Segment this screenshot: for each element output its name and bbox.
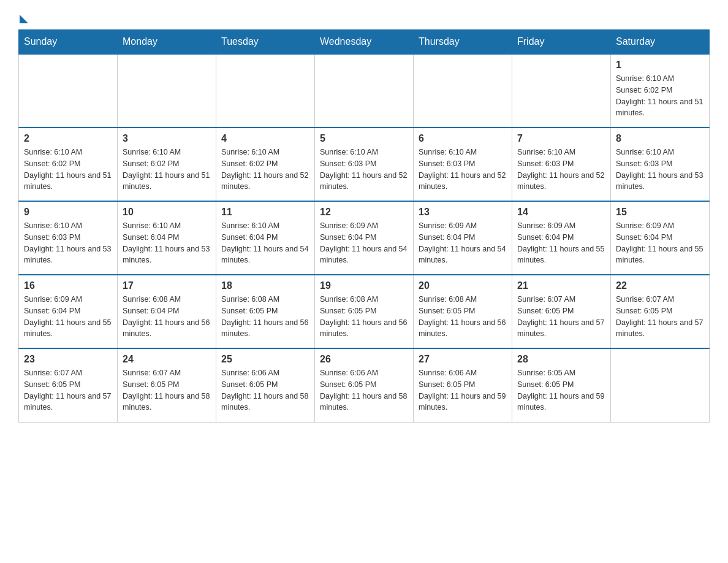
calendar-cell: 22Sunrise: 6:07 AMSunset: 6:05 PMDayligh… xyxy=(611,275,710,348)
calendar-cell: 19Sunrise: 6:08 AMSunset: 6:05 PMDayligh… xyxy=(315,275,414,348)
day-number: 8 xyxy=(616,133,704,144)
day-number: 12 xyxy=(320,207,408,218)
day-number: 2 xyxy=(24,133,112,144)
calendar-cell: 26Sunrise: 6:06 AMSunset: 6:05 PMDayligh… xyxy=(315,348,414,422)
calendar-cell: 8Sunrise: 6:10 AMSunset: 6:03 PMDaylight… xyxy=(611,128,710,201)
calendar-cell: 20Sunrise: 6:08 AMSunset: 6:05 PMDayligh… xyxy=(414,275,512,348)
day-number: 10 xyxy=(123,207,211,218)
header-day-monday: Monday xyxy=(118,30,216,55)
week-row-1: 1Sunrise: 6:10 AMSunset: 6:02 PMDaylight… xyxy=(19,54,710,128)
calendar-cell: 4Sunrise: 6:10 AMSunset: 6:02 PMDaylight… xyxy=(216,128,315,201)
day-info: Sunrise: 6:10 AMSunset: 6:03 PMDaylight:… xyxy=(320,147,408,193)
day-info: Sunrise: 6:06 AMSunset: 6:05 PMDaylight:… xyxy=(419,367,507,413)
calendar-cell: 27Sunrise: 6:06 AMSunset: 6:05 PMDayligh… xyxy=(414,348,512,422)
day-info: Sunrise: 6:07 AMSunset: 6:05 PMDaylight:… xyxy=(616,294,704,340)
day-info: Sunrise: 6:06 AMSunset: 6:05 PMDaylight:… xyxy=(221,367,309,413)
calendar-cell: 17Sunrise: 6:08 AMSunset: 6:04 PMDayligh… xyxy=(118,275,216,348)
header-day-thursday: Thursday xyxy=(414,30,512,55)
calendar-cell: 24Sunrise: 6:07 AMSunset: 6:05 PMDayligh… xyxy=(118,348,216,422)
calendar-cell xyxy=(512,54,611,128)
calendar-cell: 28Sunrise: 6:05 AMSunset: 6:05 PMDayligh… xyxy=(512,348,611,422)
day-info: Sunrise: 6:10 AMSunset: 6:02 PMDaylight:… xyxy=(123,147,211,193)
header-row: SundayMondayTuesdayWednesdayThursdayFrid… xyxy=(19,30,710,55)
day-info: Sunrise: 6:09 AMSunset: 6:04 PMDaylight:… xyxy=(616,220,704,266)
day-number: 14 xyxy=(517,207,605,218)
calendar-body: 1Sunrise: 6:10 AMSunset: 6:02 PMDaylight… xyxy=(19,54,710,422)
day-info: Sunrise: 6:09 AMSunset: 6:04 PMDaylight:… xyxy=(419,220,507,266)
week-row-5: 23Sunrise: 6:07 AMSunset: 6:05 PMDayligh… xyxy=(19,348,710,422)
header-day-tuesday: Tuesday xyxy=(216,30,315,55)
day-number: 18 xyxy=(221,280,309,291)
day-number: 22 xyxy=(616,280,704,291)
calendar-cell: 7Sunrise: 6:10 AMSunset: 6:03 PMDaylight… xyxy=(512,128,611,201)
day-info: Sunrise: 6:06 AMSunset: 6:05 PMDaylight:… xyxy=(320,367,408,413)
logo xyxy=(18,12,28,23)
header-day-sunday: Sunday xyxy=(19,30,118,55)
week-row-4: 16Sunrise: 6:09 AMSunset: 6:04 PMDayligh… xyxy=(19,275,710,348)
calendar-header: SundayMondayTuesdayWednesdayThursdayFrid… xyxy=(19,30,710,55)
day-number: 28 xyxy=(517,354,605,365)
day-number: 16 xyxy=(24,280,112,291)
day-number: 3 xyxy=(123,133,211,144)
day-info: Sunrise: 6:10 AMSunset: 6:03 PMDaylight:… xyxy=(517,147,605,193)
day-info: Sunrise: 6:08 AMSunset: 6:05 PMDaylight:… xyxy=(320,294,408,340)
day-info: Sunrise: 6:05 AMSunset: 6:05 PMDaylight:… xyxy=(517,367,605,413)
day-info: Sunrise: 6:10 AMSunset: 6:03 PMDaylight:… xyxy=(419,147,507,193)
day-number: 17 xyxy=(123,280,211,291)
calendar-cell: 15Sunrise: 6:09 AMSunset: 6:04 PMDayligh… xyxy=(611,201,710,275)
calendar-cell: 23Sunrise: 6:07 AMSunset: 6:05 PMDayligh… xyxy=(19,348,118,422)
calendar-cell: 14Sunrise: 6:09 AMSunset: 6:04 PMDayligh… xyxy=(512,201,611,275)
day-info: Sunrise: 6:10 AMSunset: 6:02 PMDaylight:… xyxy=(24,147,112,193)
calendar-cell xyxy=(216,54,315,128)
day-info: Sunrise: 6:10 AMSunset: 6:04 PMDaylight:… xyxy=(221,220,309,266)
day-info: Sunrise: 6:08 AMSunset: 6:04 PMDaylight:… xyxy=(123,294,211,340)
day-number: 25 xyxy=(221,354,309,365)
day-info: Sunrise: 6:10 AMSunset: 6:02 PMDaylight:… xyxy=(616,73,704,119)
day-number: 24 xyxy=(123,354,211,365)
day-number: 27 xyxy=(419,354,507,365)
day-number: 15 xyxy=(616,207,704,218)
calendar-cell xyxy=(611,348,710,422)
header-day-friday: Friday xyxy=(512,30,611,55)
calendar-cell: 13Sunrise: 6:09 AMSunset: 6:04 PMDayligh… xyxy=(414,201,512,275)
day-info: Sunrise: 6:10 AMSunset: 6:03 PMDaylight:… xyxy=(24,220,112,266)
day-number: 20 xyxy=(419,280,507,291)
calendar-cell: 9Sunrise: 6:10 AMSunset: 6:03 PMDaylight… xyxy=(19,201,118,275)
day-number: 4 xyxy=(221,133,309,144)
logo-arrow-icon xyxy=(20,15,28,23)
day-info: Sunrise: 6:10 AMSunset: 6:04 PMDaylight:… xyxy=(123,220,211,266)
day-info: Sunrise: 6:10 AMSunset: 6:03 PMDaylight:… xyxy=(616,147,704,193)
day-number: 26 xyxy=(320,354,408,365)
day-info: Sunrise: 6:07 AMSunset: 6:05 PMDaylight:… xyxy=(123,367,211,413)
calendar-cell: 5Sunrise: 6:10 AMSunset: 6:03 PMDaylight… xyxy=(315,128,414,201)
day-number: 19 xyxy=(320,280,408,291)
calendar-cell: 2Sunrise: 6:10 AMSunset: 6:02 PMDaylight… xyxy=(19,128,118,201)
calendar-cell: 12Sunrise: 6:09 AMSunset: 6:04 PMDayligh… xyxy=(315,201,414,275)
day-info: Sunrise: 6:10 AMSunset: 6:02 PMDaylight:… xyxy=(221,147,309,193)
calendar-cell xyxy=(118,54,216,128)
header-day-saturday: Saturday xyxy=(611,30,710,55)
week-row-2: 2Sunrise: 6:10 AMSunset: 6:02 PMDaylight… xyxy=(19,128,710,201)
day-info: Sunrise: 6:09 AMSunset: 6:04 PMDaylight:… xyxy=(320,220,408,266)
week-row-3: 9Sunrise: 6:10 AMSunset: 6:03 PMDaylight… xyxy=(19,201,710,275)
calendar-cell xyxy=(315,54,414,128)
calendar-cell: 18Sunrise: 6:08 AMSunset: 6:05 PMDayligh… xyxy=(216,275,315,348)
calendar-cell: 3Sunrise: 6:10 AMSunset: 6:02 PMDaylight… xyxy=(118,128,216,201)
day-number: 21 xyxy=(517,280,605,291)
day-number: 6 xyxy=(419,133,507,144)
day-number: 7 xyxy=(517,133,605,144)
day-info: Sunrise: 6:07 AMSunset: 6:05 PMDaylight:… xyxy=(517,294,605,340)
calendar-cell: 21Sunrise: 6:07 AMSunset: 6:05 PMDayligh… xyxy=(512,275,611,348)
day-info: Sunrise: 6:09 AMSunset: 6:04 PMDaylight:… xyxy=(24,294,112,340)
day-number: 23 xyxy=(24,354,112,365)
calendar-cell xyxy=(19,54,118,128)
day-number: 13 xyxy=(419,207,507,218)
calendar-cell xyxy=(414,54,512,128)
calendar-table: SundayMondayTuesdayWednesdayThursdayFrid… xyxy=(18,29,710,423)
calendar-cell: 10Sunrise: 6:10 AMSunset: 6:04 PMDayligh… xyxy=(118,201,216,275)
day-number: 11 xyxy=(221,207,309,218)
calendar-cell: 6Sunrise: 6:10 AMSunset: 6:03 PMDaylight… xyxy=(414,128,512,201)
page-header xyxy=(18,12,710,23)
day-number: 5 xyxy=(320,133,408,144)
day-info: Sunrise: 6:08 AMSunset: 6:05 PMDaylight:… xyxy=(221,294,309,340)
